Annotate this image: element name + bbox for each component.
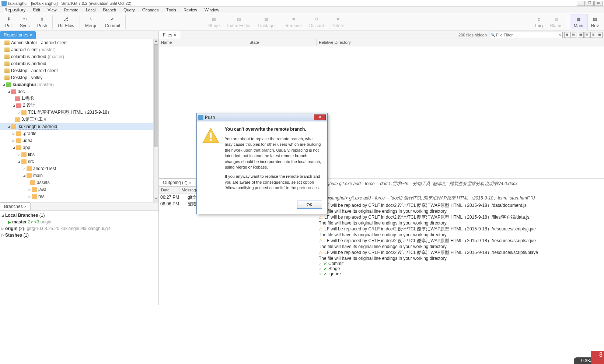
toolbar: ⬇Pull ⟲Sync ⬆Push ⎇Git-Flow ⑂Merge ✔Comm… [0, 13, 604, 31]
col-state[interactable]: State [247, 39, 317, 46]
menu-branch[interactable]: Branch [99, 7, 120, 13]
remove-button[interactable]: ✖Remove [282, 14, 306, 30]
view-icon-5[interactable]: ▥ [590, 32, 596, 38]
app-icon [1, 1, 7, 6]
repositories-tab[interactable]: Repositories× [0, 31, 36, 39]
close-icon[interactable]: × [30, 33, 32, 37]
folder-icon [27, 173, 32, 178]
expand-icon[interactable]: ▷ [18, 153, 21, 156]
main-view-button[interactable]: ▦Main [570, 14, 587, 30]
blame-button[interactable]: ▤Blame [547, 14, 566, 30]
view-icon-3[interactable]: ▦ [578, 32, 584, 38]
expand-icon[interactable]: ◢ [23, 174, 27, 177]
success-icon: ✔ [324, 266, 327, 271]
expand-icon[interactable]: ◢ [7, 90, 11, 93]
menu-query[interactable]: Query [120, 7, 139, 13]
branches-tab[interactable]: Branches× [0, 202, 31, 210]
folder-icon [21, 152, 27, 157]
files-tab[interactable]: Files× [159, 31, 180, 39]
repo-tree[interactable]: Administrator - android-client android-c… [0, 39, 153, 202]
view-icon-4[interactable]: ▤ [584, 32, 590, 38]
expand-icon[interactable]: ◢ [18, 160, 21, 163]
stage-icon: ▦ [211, 16, 217, 22]
expand-icon[interactable]: ▷ [28, 195, 32, 198]
menu-view[interactable]: View [44, 7, 60, 13]
expand-icon[interactable]: ◢ [1, 213, 5, 217]
menu-review[interactable]: Review [180, 7, 201, 13]
expand-icon[interactable]: ▷ [13, 132, 16, 135]
view-icon-6[interactable]: ▦ [597, 32, 603, 38]
restore-button[interactable]: ⧉ [594, 1, 603, 6]
clear-icon[interactable]: ✕ [557, 33, 562, 37]
col-reldir[interactable]: Relative Directory [317, 39, 604, 46]
gitflow-button[interactable]: ⎇Git-Flow [54, 14, 78, 30]
file-filter[interactable]: 🔍 ✕ [489, 32, 563, 38]
branches-panel: Branches× ◢Local Branches (1) ▶master 2>… [0, 202, 158, 305]
expand-icon[interactable]: ▷ [28, 188, 32, 191]
menu-edit[interactable]: Edit [29, 7, 44, 13]
expand-icon[interactable]: ▷ [23, 167, 27, 170]
scroll-up-icon[interactable]: ▲ [154, 39, 158, 44]
view-icon-2[interactable]: ▤ [570, 32, 576, 38]
sync-button[interactable]: ⟲Sync [16, 14, 34, 30]
folder-icon [15, 117, 20, 122]
close-icon[interactable]: × [174, 32, 176, 38]
ok-button[interactable]: OK [297, 201, 322, 209]
expand-icon[interactable]: ◢ [13, 104, 16, 107]
menu-repository[interactable]: Repository [1, 7, 29, 13]
folder-icon [27, 166, 32, 171]
repo-icon [4, 75, 10, 80]
expand-icon[interactable]: ▷ [319, 262, 321, 265]
upload-icon: ↑ [577, 358, 579, 363]
pull-icon: ⬇ [6, 16, 12, 22]
pull-button[interactable]: ⬇Pull [1, 14, 16, 30]
expand-icon[interactable]: ◢ [13, 146, 16, 149]
expand-icon[interactable]: ◢ [2, 83, 6, 86]
scroll-down-icon[interactable]: ▼ [154, 197, 158, 202]
expand-icon[interactable]: ▷ [18, 111, 21, 114]
warning-icon: ⚠ [319, 214, 323, 220]
delete-button[interactable]: ✖Delete [328, 14, 348, 30]
expand-icon[interactable]: ▷ [13, 139, 16, 142]
notification-badge[interactable] [591, 351, 604, 364]
col-name[interactable]: Name [159, 39, 247, 46]
expand-icon[interactable]: ▷ [1, 227, 5, 230]
view-icon-1[interactable]: ▦ [564, 32, 570, 38]
review-view-button[interactable]: ▤Rev [587, 14, 603, 30]
discard-button[interactable]: ↺Discard [306, 14, 328, 30]
dialog-titlebar[interactable]: Push ✕ [197, 113, 327, 121]
commit-button[interactable]: ✔Commit [101, 14, 124, 30]
merge-button[interactable]: ⑂Merge [81, 14, 101, 30]
menu-remote[interactable]: Remote [60, 7, 82, 13]
close-icon[interactable]: × [189, 181, 191, 185]
outgoing-tab[interactable]: Outgoing (2)× [159, 179, 195, 186]
close-button[interactable]: ✕ [314, 114, 326, 120]
scrollbar[interactable]: ▲ ▼ [153, 39, 158, 202]
folder-icon [16, 131, 21, 136]
warning-icon: ⚠ [319, 249, 323, 256]
unstage-button[interactable]: ▦Unstage [255, 14, 279, 30]
maximize-button[interactable]: ❐ [586, 1, 594, 6]
menu-tools[interactable]: Tools [163, 7, 180, 13]
output-panel[interactable]: xianghui> git.exe add --force -- doc\1.需… [317, 179, 604, 305]
selected-item[interactable]: ◢kuxianghui_android [0, 123, 153, 130]
expand-icon[interactable]: ▷ [319, 272, 321, 276]
close-icon[interactable]: × [24, 205, 27, 209]
indexeditor-button[interactable]: ▤Index Editor [223, 14, 254, 30]
minimize-button[interactable]: — [577, 1, 585, 6]
push-button[interactable]: ⬆Push [34, 14, 51, 30]
expand-icon[interactable]: ▷ [319, 267, 321, 271]
filter-input[interactable] [496, 32, 557, 38]
menu-changes[interactable]: Changes [139, 7, 163, 13]
log-button[interactable]: ⎌Log [532, 14, 547, 30]
folder-icon [21, 110, 27, 115]
scroll-thumb[interactable] [154, 44, 158, 147]
col-date[interactable]: Date [159, 187, 179, 194]
folder-icon [11, 124, 16, 129]
stage-button[interactable]: ▦Stage [205, 14, 223, 30]
menu-local[interactable]: Local [82, 7, 99, 13]
success-icon: ✔ [324, 261, 327, 266]
expand-icon[interactable]: ▷ [1, 233, 5, 237]
menu-window[interactable]: Window [201, 7, 223, 13]
expand-icon[interactable]: ◢ [7, 125, 11, 128]
